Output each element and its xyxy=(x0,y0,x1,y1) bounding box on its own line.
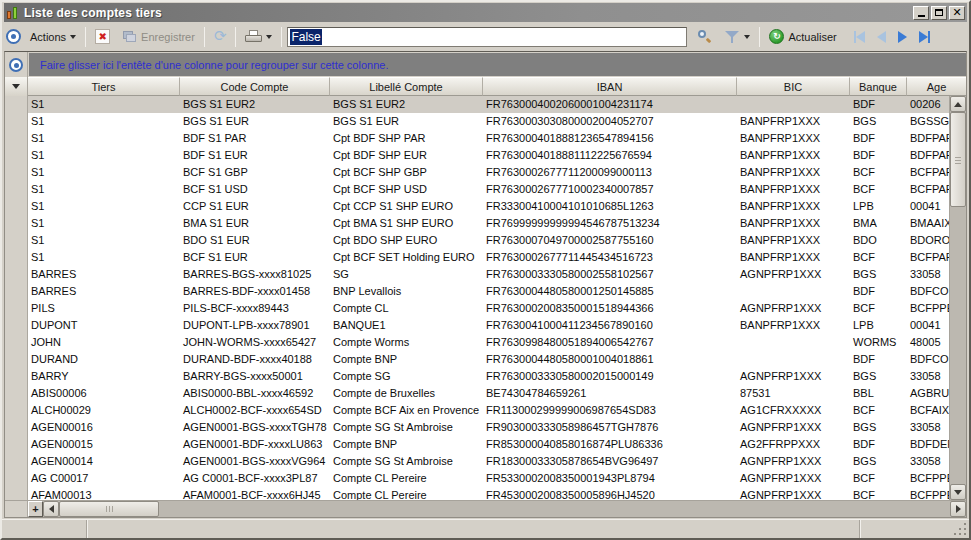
table-row[interactable]: PILSPILS-BCF-xxxx89443Compte CLFR7630002… xyxy=(28,300,949,317)
column-header-tiers[interactable]: Tiers xyxy=(28,77,180,96)
cell: BCF xyxy=(850,181,907,198)
cell: AGEN0001-BDF-xxxxLU863 xyxy=(180,436,330,453)
table-row[interactable]: S1BGS S1 EURBGS S1 EURFR7630003030800002… xyxy=(28,113,949,130)
record-navigator xyxy=(854,31,930,43)
table-row[interactable]: BARRESBARRES-BGS-xxxx81025SGFR7630003330… xyxy=(28,266,949,283)
cell: FR7630003330580002558102567 xyxy=(483,266,737,283)
cell: AGEN00014 xyxy=(28,453,180,470)
table-row[interactable]: ALCH00029ALCH0002-BCF-xxxx654SDCompte BC… xyxy=(28,402,949,419)
cell: BDF S1 EUR xyxy=(180,147,330,164)
refresh-button[interactable]: ⟳ xyxy=(210,27,231,46)
cell: BCFPPE xyxy=(907,470,949,487)
vertical-scroll-thumb[interactable] xyxy=(950,112,966,207)
horizontal-scrollbar[interactable]: + xyxy=(5,500,966,517)
cell: Compte CL Pereire xyxy=(330,487,483,500)
table-row[interactable]: JOHNJOHN-WORMS-xxxx65427Compte WormsFR76… xyxy=(28,334,949,351)
vertical-scrollbar[interactable] xyxy=(949,96,966,500)
scroll-left-button[interactable] xyxy=(43,501,59,517)
cell: FR7630002677711200099000113 xyxy=(483,164,737,181)
column-header-iban[interactable]: IBAN xyxy=(483,77,737,96)
vertical-scroll-track[interactable] xyxy=(950,207,966,484)
maximize-button[interactable] xyxy=(931,6,947,20)
column-header-age[interactable]: Age xyxy=(907,77,966,96)
cell: WORMS xyxy=(850,334,907,351)
previous-record-button[interactable] xyxy=(877,31,886,43)
menu-target-icon[interactable] xyxy=(6,29,21,44)
cell: FR7630004018881112225676594 xyxy=(483,147,737,164)
horizontal-scroll-thumb[interactable] xyxy=(59,501,159,517)
cell: FR7630998480051894006542767 xyxy=(483,334,737,351)
table-row[interactable]: AGEN00014AGEN0001-BGS-xxxxVG964Compte SG… xyxy=(28,453,949,470)
row-indicator-header[interactable] xyxy=(5,77,28,96)
cell: FR5330002008350001943PL8794 xyxy=(483,470,737,487)
cell: BGS xyxy=(850,368,907,385)
table-row[interactable]: S1BDO S1 EURCpt BDO SHP EUROFR7630007049… xyxy=(28,232,949,249)
resize-grip[interactable] xyxy=(954,523,967,536)
table-row[interactable]: AFAM00013AFAM0001-BCF-xxxx6HJ45Compte CL… xyxy=(28,487,949,500)
table-row[interactable]: AGEN00015AGEN0001-BDF-xxxxLU863Compte BN… xyxy=(28,436,949,453)
column-header-code-compte[interactable]: Code Compte xyxy=(180,77,330,96)
cell: AGEN00016 xyxy=(28,419,180,436)
cell: ABIS00006 xyxy=(28,385,180,402)
table-row[interactable]: BARRESBARRES-BDF-xxxx01458BNP LevalloisF… xyxy=(28,283,949,300)
search-input[interactable]: False xyxy=(287,27,687,47)
cell: BGS xyxy=(850,113,907,130)
last-record-button[interactable] xyxy=(919,31,930,43)
table-row[interactable]: S1BGS S1 EUR2BGS S1 EUR2FR76300040020600… xyxy=(28,96,949,113)
toolbar: Actions ✖ Enregistrer ⟳ False xyxy=(2,22,969,51)
grid-menu-target-icon[interactable] xyxy=(9,58,23,72)
table-row[interactable]: BARRYBARRY-BGS-xxxx50001Compte SGFR76300… xyxy=(28,368,949,385)
horizontal-scroll-track[interactable] xyxy=(159,501,950,517)
scroll-right-button[interactable] xyxy=(950,501,966,517)
table-row[interactable]: S1BDF S1 PARCpt BDF SHP PARFR76300040188… xyxy=(28,130,949,147)
scroll-up-button[interactable] xyxy=(950,96,966,112)
table-row[interactable]: S1BCF S1 USDCpt BCF SHP USDFR76300026777… xyxy=(28,181,949,198)
search-button[interactable] xyxy=(692,27,716,47)
column-header-banque[interactable]: Banque xyxy=(850,77,907,96)
table-row[interactable]: AGEN00016AGEN0001-BGS-xxxxTGH78Compte SG… xyxy=(28,419,949,436)
table-row[interactable]: DUPONTDUPONT-LPB-xxxx78901BANQUE1FR76300… xyxy=(28,317,949,334)
table-row[interactable]: ABIS00006ABIS0000-BBL-xxxx46592Compte de… xyxy=(28,385,949,402)
filter-button[interactable] xyxy=(721,28,754,46)
table-row[interactable]: S1CCP S1 EURCpt CCP S1 SHP EUROFR3330041… xyxy=(28,198,949,215)
table-row[interactable]: S1BMA S1 EURCpt BMA S1 SHP EUROFR7699999… xyxy=(28,215,949,232)
actualiser-button[interactable]: ↻ Actualiser xyxy=(765,27,840,46)
scroll-down-button[interactable] xyxy=(950,484,966,500)
minimize-button[interactable] xyxy=(913,6,929,20)
cell: BCF S1 EUR xyxy=(180,249,330,266)
table-row[interactable]: S1BCF S1 GBPCpt BCF SHP GBPFR76300026777… xyxy=(28,164,949,181)
cell: AGEN00015 xyxy=(28,436,180,453)
cell: JOHN-WORMS-xxxx65427 xyxy=(180,334,330,351)
cell: DUPONT xyxy=(28,317,180,334)
cell: BANPFRP1XXX xyxy=(737,113,850,130)
first-record-button[interactable] xyxy=(854,31,865,43)
table-row[interactable]: DURANDDURAND-BDF-xxxx40188Compte BNPFR76… xyxy=(28,351,949,368)
cell: BDF xyxy=(850,147,907,164)
cell: Cpt CCP S1 SHP EURO xyxy=(330,198,483,215)
cell: BGS xyxy=(850,453,907,470)
close-button[interactable]: ✕ xyxy=(949,6,965,20)
next-record-button[interactable] xyxy=(898,31,907,43)
cell: S1 xyxy=(28,232,180,249)
column-header-libell-compte[interactable]: Libellé Compte xyxy=(330,77,483,96)
actualiser-refresh-icon: ↻ xyxy=(769,29,784,44)
actions-button[interactable]: Actions xyxy=(26,29,80,45)
cell: BDF xyxy=(850,436,907,453)
cell: AG1CFRXXXXX xyxy=(737,402,850,419)
table-row[interactable]: AG C00017AG C0001-BCF-xxxx3PL87Compte CL… xyxy=(28,470,949,487)
table-row[interactable]: S1BDF S1 EURCpt BDF SHP EURFR76300040188… xyxy=(28,147,949,164)
group-by-panel[interactable]: Faire glisser ici l'entête d'une colonne… xyxy=(29,53,966,76)
save-button[interactable]: Enregistrer xyxy=(119,29,199,45)
column-header-bic[interactable]: BIC xyxy=(737,77,850,96)
cell: 87531 xyxy=(737,385,850,402)
cell: FR7630004480580001250145885 xyxy=(483,283,737,300)
add-row-button[interactable]: + xyxy=(28,501,43,517)
print-button[interactable] xyxy=(241,28,276,46)
window-title: Liste des comptes tiers xyxy=(24,6,909,20)
titlebar[interactable]: Liste des comptes tiers ✕ xyxy=(4,3,967,22)
cell: BDFCO xyxy=(907,283,949,300)
cell: BDF S1 PAR xyxy=(180,130,330,147)
table-row[interactable]: S1BCF S1 EURCpt BCF SET Holding EUROFR76… xyxy=(28,249,949,266)
cell: S1 xyxy=(28,249,180,266)
delete-button[interactable]: ✖ xyxy=(91,27,114,46)
